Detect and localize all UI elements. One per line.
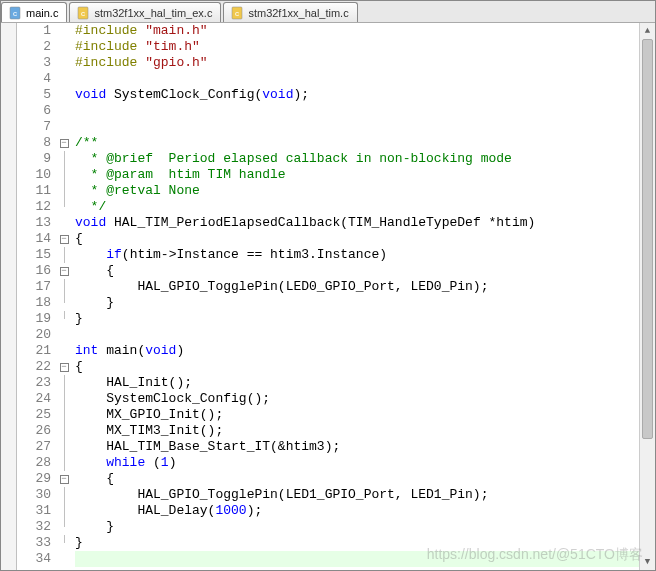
fold-marker <box>57 439 71 455</box>
editor-area: 1234567891011121314151617181920212223242… <box>1 23 655 570</box>
tab-label: main.c <box>26 7 58 19</box>
fold-marker <box>57 311 71 327</box>
fold-marker <box>57 23 71 39</box>
c-file-icon: c <box>76 6 90 20</box>
line-number: 15 <box>17 247 51 263</box>
tab-bar: cmain.ccstm32f1xx_hal_tim_ex.ccstm32f1xx… <box>1 1 655 23</box>
code-line[interactable]: void HAL_TIM_PeriodElapsedCallback(TIM_H… <box>75 215 639 231</box>
code-line[interactable]: #include "gpio.h" <box>75 55 639 71</box>
code-line[interactable] <box>75 71 639 87</box>
line-number: 29 <box>17 471 51 487</box>
code-line[interactable]: { <box>75 471 639 487</box>
fold-marker[interactable]: − <box>57 263 71 279</box>
fold-marker <box>57 391 71 407</box>
tab-label: stm32f1xx_hal_tim_ex.c <box>94 7 212 19</box>
fold-marker <box>57 407 71 423</box>
fold-marker <box>57 39 71 55</box>
code-line[interactable]: } <box>75 519 639 535</box>
line-number: 17 <box>17 279 51 295</box>
code-line[interactable] <box>75 103 639 119</box>
tab-stm32f1xx_hal_tim-c[interactable]: cstm32f1xx_hal_tim.c <box>223 2 357 22</box>
fold-marker[interactable]: − <box>57 359 71 375</box>
code-line[interactable]: */ <box>75 199 639 215</box>
code-line[interactable]: } <box>75 295 639 311</box>
line-number: 20 <box>17 327 51 343</box>
line-number: 12 <box>17 199 51 215</box>
line-number: 18 <box>17 295 51 311</box>
line-number: 6 <box>17 103 51 119</box>
fold-marker <box>57 167 71 183</box>
code-line[interactable]: * @param htim TIM handle <box>75 167 639 183</box>
line-number: 24 <box>17 391 51 407</box>
vertical-scrollbar[interactable]: ▲ ▼ <box>639 23 655 570</box>
code-content[interactable]: #include "main.h"#include "tim.h"#includ… <box>71 23 639 570</box>
code-line[interactable]: void SystemClock_Config(void); <box>75 87 639 103</box>
fold-marker <box>57 279 71 295</box>
fold-marker <box>57 535 71 551</box>
line-number: 21 <box>17 343 51 359</box>
fold-marker <box>57 119 71 135</box>
fold-marker <box>57 55 71 71</box>
code-line[interactable]: #include "main.h" <box>75 23 639 39</box>
code-line[interactable]: SystemClock_Config(); <box>75 391 639 407</box>
code-line[interactable] <box>75 551 639 567</box>
line-number: 34 <box>17 551 51 567</box>
fold-marker[interactable]: − <box>57 135 71 151</box>
line-number: 13 <box>17 215 51 231</box>
code-line[interactable]: * @retval None <box>75 183 639 199</box>
code-line[interactable]: /** <box>75 135 639 151</box>
line-number: 23 <box>17 375 51 391</box>
fold-marker <box>57 375 71 391</box>
c-file-icon: c <box>230 6 244 20</box>
line-number-gutter: 1234567891011121314151617181920212223242… <box>17 23 57 570</box>
fold-marker <box>57 247 71 263</box>
fold-marker <box>57 487 71 503</box>
line-number: 30 <box>17 487 51 503</box>
code-line[interactable]: #include "tim.h" <box>75 39 639 55</box>
code-line[interactable]: } <box>75 535 639 551</box>
fold-marker <box>57 343 71 359</box>
code-line[interactable]: { <box>75 231 639 247</box>
scroll-down-arrow[interactable]: ▼ <box>640 554 655 570</box>
tab-stm32f1xx_hal_tim_ex-c[interactable]: cstm32f1xx_hal_tim_ex.c <box>69 2 221 22</box>
fold-marker <box>57 327 71 343</box>
line-number: 25 <box>17 407 51 423</box>
code-line[interactable]: * @brief Period elapsed callback in non-… <box>75 151 639 167</box>
tab-label: stm32f1xx_hal_tim.c <box>248 7 348 19</box>
line-number: 33 <box>17 535 51 551</box>
code-line[interactable]: HAL_Init(); <box>75 375 639 391</box>
code-line[interactable]: HAL_GPIO_TogglePin(LED1_GPIO_Port, LED1_… <box>75 487 639 503</box>
line-number: 14 <box>17 231 51 247</box>
line-number: 26 <box>17 423 51 439</box>
fold-marker <box>57 295 71 311</box>
scrollbar-thumb[interactable] <box>642 39 653 439</box>
code-line[interactable]: HAL_Delay(1000); <box>75 503 639 519</box>
code-line[interactable]: while (1) <box>75 455 639 471</box>
fold-marker <box>57 199 71 215</box>
code-line[interactable]: } <box>75 311 639 327</box>
code-line[interactable]: HAL_TIM_Base_Start_IT(&htim3); <box>75 439 639 455</box>
svg-text:c: c <box>81 9 85 18</box>
scroll-up-arrow[interactable]: ▲ <box>640 23 655 39</box>
tab-main-c[interactable]: cmain.c <box>1 2 67 22</box>
code-line[interactable]: { <box>75 263 639 279</box>
code-line[interactable]: if(htim->Instance == htim3.Instance) <box>75 247 639 263</box>
line-number: 11 <box>17 183 51 199</box>
code-line[interactable] <box>75 327 639 343</box>
line-number: 5 <box>17 87 51 103</box>
code-line[interactable]: int main(void) <box>75 343 639 359</box>
fold-marker <box>57 103 71 119</box>
fold-marker <box>57 215 71 231</box>
fold-marker <box>57 503 71 519</box>
code-line[interactable] <box>75 119 639 135</box>
code-line[interactable]: MX_TIM3_Init(); <box>75 423 639 439</box>
code-line[interactable]: MX_GPIO_Init(); <box>75 407 639 423</box>
svg-text:c: c <box>13 9 17 18</box>
line-number: 8 <box>17 135 51 151</box>
code-line[interactable]: HAL_GPIO_TogglePin(LED0_GPIO_Port, LED0_… <box>75 279 639 295</box>
fold-marker[interactable]: − <box>57 471 71 487</box>
fold-column: −−−−− <box>57 23 71 570</box>
line-number: 16 <box>17 263 51 279</box>
code-line[interactable]: { <box>75 359 639 375</box>
fold-marker[interactable]: − <box>57 231 71 247</box>
